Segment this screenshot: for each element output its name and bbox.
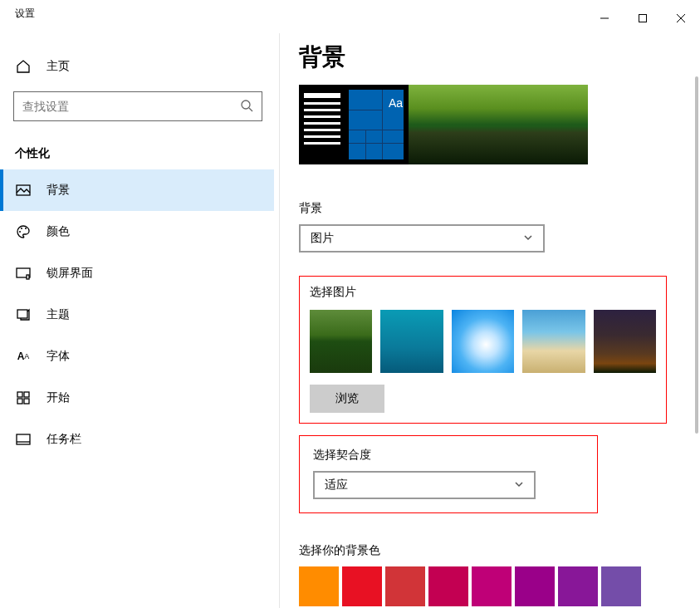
- fit-label: 选择契合度: [313, 448, 584, 463]
- sidebar-item-label: 任务栏: [47, 432, 81, 447]
- color-swatch[interactable]: [428, 566, 468, 606]
- fit-select[interactable]: 适应: [313, 471, 536, 499]
- palette-icon: [15, 223, 32, 240]
- sidebar: 主页 个性化 背景: [0, 27, 274, 608]
- search-input[interactable]: [22, 100, 233, 113]
- sidebar-item-label: 颜色: [47, 224, 70, 239]
- picture-icon: [15, 182, 32, 199]
- thumbnail[interactable]: [310, 310, 372, 373]
- font-icon: AA: [15, 348, 32, 365]
- content: 背景 Aa 背景 图片 选择图片: [274, 27, 700, 608]
- svg-rect-17: [17, 434, 30, 444]
- thumbnail[interactable]: [522, 310, 585, 373]
- color-swatch[interactable]: [601, 566, 641, 606]
- background-label: 背景: [299, 201, 700, 216]
- sidebar-item-colors[interactable]: 颜色: [0, 211, 274, 253]
- home-label: 主页: [47, 59, 70, 74]
- svg-line-5: [249, 108, 252, 111]
- search-icon: [240, 99, 253, 115]
- wallpaper-preview: Aa: [299, 85, 588, 164]
- choose-picture-label: 选择图片: [310, 285, 656, 300]
- window-title: 设置: [15, 7, 35, 21]
- home-icon: [15, 58, 32, 75]
- page-title: 背景: [299, 42, 700, 73]
- background-type-value: 图片: [311, 231, 334, 246]
- fit-value: 适应: [325, 478, 348, 493]
- theme-icon: [15, 306, 32, 323]
- sidebar-item-taskbar[interactable]: 任务栏: [0, 419, 274, 460]
- color-swatch[interactable]: [472, 566, 512, 606]
- svg-rect-13: [17, 392, 22, 397]
- svg-rect-16: [24, 399, 29, 404]
- thumbnail[interactable]: [452, 310, 514, 373]
- thumbnail-row: [310, 310, 656, 373]
- start-icon: [15, 390, 32, 406]
- search-input-wrap[interactable]: [13, 91, 262, 121]
- svg-point-4: [242, 101, 250, 109]
- sidebar-item-label: 开始: [47, 390, 70, 405]
- color-swatch[interactable]: [299, 566, 339, 606]
- color-swatch[interactable]: [342, 566, 382, 606]
- thumbnail[interactable]: [380, 310, 443, 373]
- choose-picture-section: 选择图片 浏览: [299, 276, 667, 424]
- section-title: 个性化: [0, 131, 274, 169]
- sidebar-item-label: 字体: [47, 349, 70, 364]
- color-swatch[interactable]: [558, 566, 598, 606]
- color-label: 选择你的背景色: [299, 543, 700, 558]
- taskbar-icon: [15, 431, 32, 448]
- svg-rect-14: [24, 392, 29, 397]
- svg-rect-12: [17, 310, 27, 318]
- color-swatch[interactable]: [515, 566, 555, 606]
- sidebar-item-label: 背景: [47, 183, 70, 198]
- scrollbar[interactable]: [695, 76, 698, 434]
- background-type-select[interactable]: 图片: [299, 224, 545, 253]
- sidebar-item-themes[interactable]: 主题: [0, 294, 274, 336]
- browse-button[interactable]: 浏览: [310, 385, 384, 413]
- sidebar-item-label: 锁屏界面: [47, 266, 93, 281]
- sidebar-item-fonts[interactable]: AA 字体: [0, 336, 274, 377]
- color-grid: [299, 566, 700, 608]
- color-swatch[interactable]: [385, 566, 425, 606]
- sidebar-item-label: 主题: [47, 307, 70, 322]
- sidebar-item-background[interactable]: 背景: [0, 169, 274, 211]
- svg-point-8: [21, 228, 22, 229]
- chevron-down-icon: [523, 232, 533, 245]
- sidebar-item-start[interactable]: 开始: [0, 377, 274, 419]
- home-link[interactable]: 主页: [0, 48, 274, 85]
- svg-rect-15: [17, 399, 22, 404]
- svg-rect-11: [27, 275, 29, 279]
- sidebar-item-lockscreen[interactable]: 锁屏界面: [0, 253, 274, 294]
- svg-point-9: [25, 228, 27, 229]
- thumbnail[interactable]: [594, 310, 656, 373]
- fit-section: 选择契合度 适应: [299, 435, 598, 513]
- chevron-down-icon: [514, 478, 524, 492]
- lockscreen-icon: [15, 265, 32, 282]
- svg-rect-1: [639, 15, 647, 22]
- preview-sample-text: Aa: [389, 96, 403, 110]
- titlebar: 设置: [0, 0, 700, 27]
- svg-point-7: [19, 231, 21, 233]
